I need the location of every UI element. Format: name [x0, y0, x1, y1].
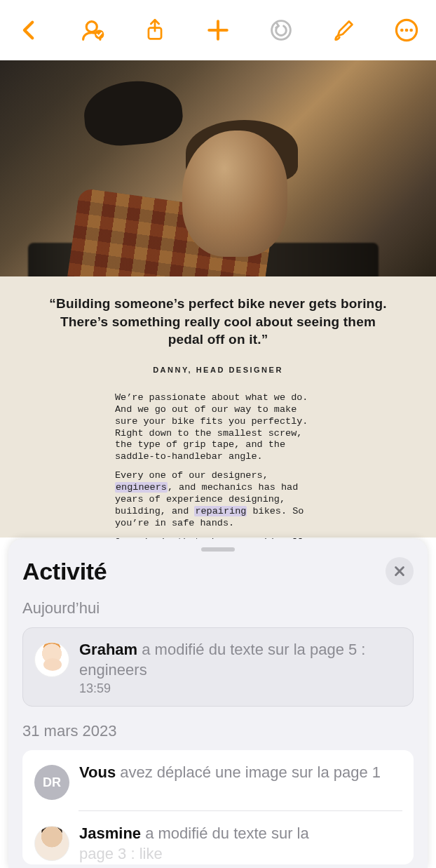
sheet-grabber[interactable] — [201, 547, 235, 552]
activity-item[interactable]: DR Vous avez déplacé une image sur la pa… — [22, 750, 414, 810]
highlight-engineers[interactable]: engineers — [115, 482, 168, 493]
activity-text-cutoff: page 3 : like — [79, 843, 402, 864]
share-button[interactable] — [134, 9, 176, 51]
activity-rest: avez déplacé une image sur la page 1 — [116, 763, 381, 781]
activity-who: Graham — [79, 641, 137, 658]
collaboration-button[interactable] — [71, 9, 114, 51]
paragraph-2[interactable]: Every one of our designers, engineers, a… — [115, 470, 324, 529]
activity-item[interactable]: Graham a modifié du texte sur la page 5 … — [22, 627, 414, 707]
activity-text: Graham a modifié du texte sur la page 5 … — [79, 639, 402, 680]
activity-item[interactable]: Jasmine a modifié du texte sur la page 3… — [22, 811, 414, 864]
add-button[interactable] — [197, 9, 239, 51]
activity-panel: Activité Aujourd’hui Graham a modifié du… — [8, 539, 428, 868]
avatar-you: DR — [34, 765, 69, 800]
avatar-jasmine — [34, 826, 69, 861]
text-run[interactable]: Every one of our designers, — [115, 470, 268, 481]
avatar-graham — [34, 642, 69, 677]
section-date: 31 mars 2023 — [22, 707, 414, 750]
svg-point-0 — [86, 22, 97, 32]
svg-point-7 — [400, 29, 404, 32]
activity-text: Jasmine a modifié du texte sur la — [79, 823, 402, 843]
activity-who: Jasmine — [79, 824, 141, 842]
activity-card-today: Graham a modifié du texte sur la page 5 … — [22, 627, 414, 707]
hero-image — [0, 60, 436, 276]
highlight-repairing[interactable]: repairing — [194, 506, 247, 516]
svg-point-8 — [405, 29, 409, 32]
more-button[interactable] — [386, 9, 428, 51]
activity-card-date: DR Vous avez déplacé une image sur la pa… — [22, 750, 414, 864]
format-brush-button[interactable] — [322, 9, 365, 51]
activity-rest: a modifié du texte sur la — [141, 824, 309, 842]
activity-text: Vous avez déplacé une image sur la page … — [79, 762, 402, 782]
activity-who: Vous — [79, 763, 116, 781]
panel-title: Activité — [22, 558, 107, 585]
svg-point-9 — [409, 29, 413, 32]
quote-attribution: DANNY, HEAD DESIGNER — [0, 356, 436, 392]
back-button[interactable] — [8, 9, 50, 51]
document-canvas[interactable]: “Building someone’s perfect bike never g… — [0, 60, 436, 538]
activity-time: 13:59 — [79, 681, 402, 696]
paragraph-1[interactable]: We’re passionate about what we do. And w… — [115, 392, 324, 463]
close-button[interactable] — [386, 557, 414, 585]
section-today: Aujourd’hui — [22, 598, 414, 627]
svg-point-5 — [271, 21, 290, 40]
undo-button[interactable] — [260, 9, 302, 51]
toolbar — [0, 0, 436, 60]
pull-quote: “Building someone’s perfect bike never g… — [0, 276, 436, 356]
